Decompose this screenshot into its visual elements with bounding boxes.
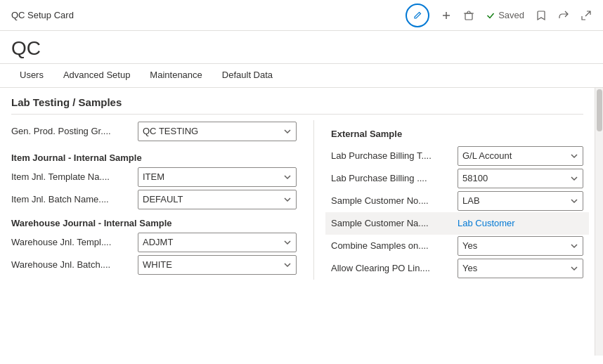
tab-advanced-setup[interactable]: Advanced Setup [55,64,138,87]
gen-prod-label: Gen. Prod. Posting Gr.... [11,126,138,136]
lab-billing-no-label: Lab Purchase Billing .... [331,173,458,183]
sample-customer-name-value: Lab Customer [458,218,583,228]
tabs-bar: Users Advanced Setup Maintenance Default… [0,64,603,88]
item-jnl-template-value-wrapper: ITEM [138,167,297,187]
allow-clearing-po-value: Yes No [458,259,583,278]
right-column: External Sample Lab Purchase Billing T..… [313,120,583,280]
scrollbar-thumb[interactable] [597,89,602,131]
sample-customer-no-value: LAB [458,191,583,211]
lab-billing-type-value: G/L Account Vendor Customer [458,146,583,166]
sample-customer-name-label: Sample Customer Na.... [331,218,458,228]
gen-prod-value-wrapper: QC TESTING [138,122,297,141]
lab-billing-no-value: 58100 [458,169,583,188]
warehouse-jnl-batch-row: Warehouse Jnl. Batch.... WHITE [11,254,297,276]
svg-rect-0 [465,13,472,20]
combine-samples-value: Yes No [458,236,583,256]
share-button[interactable] [558,10,569,21]
item-jnl-batch-value-wrapper: DEFAULT [138,190,297,209]
item-jnl-batch-label: Item Jnl. Batch Name.... [11,194,138,204]
warehouse-jnl-template-value-wrapper: ADJMT [138,233,297,252]
allow-clearing-po-label: Allow Clearing PO Lin.... [331,263,458,273]
expand-button[interactable] [581,10,592,21]
lab-billing-type-label: Lab Purchase Billing T.... [331,150,458,161]
content-area: Lab Testing / Samples Gen. Prod. Posting… [0,88,595,356]
combine-samples-dropdown[interactable]: Yes No [458,236,583,256]
add-button[interactable] [441,10,452,21]
item-jnl-batch-row: Item Jnl. Batch Name.... DEFAULT [11,188,297,211]
page-header-title: QC Setup Card [11,10,406,20]
main-content: Lab Testing / Samples Gen. Prod. Posting… [0,88,603,356]
page-title-area: QC [0,31,603,64]
lab-billing-no-row: Lab Purchase Billing .... 58100 [331,167,583,190]
lab-billing-type-row: Lab Purchase Billing T.... G/L Account V… [331,145,583,167]
warehouse-journal-label: Warehouse Journal - Internal Sample [11,211,297,231]
gen-prod-dropdown[interactable]: QC TESTING [138,122,297,141]
warehouse-jnl-template-row: Warehouse Jnl. Templ.... ADJMT [11,231,297,254]
header-actions: Saved [406,4,592,27]
item-jnl-template-row: Item Jnl. Template Na.... ITEM [11,166,297,188]
warehouse-jnl-batch-dropdown[interactable]: WHITE [138,255,297,275]
item-jnl-batch-dropdown[interactable]: DEFAULT [138,190,297,209]
item-journal-label: Item Journal - Internal Sample [11,145,297,166]
combine-samples-row: Combine Samples on.... Yes No [331,235,583,257]
ext-sample-label: External Sample [331,120,583,145]
sample-customer-no-dropdown[interactable]: LAB [458,191,583,211]
warehouse-jnl-template-label: Warehouse Jnl. Templ.... [11,237,138,247]
allow-clearing-po-row: Allow Clearing PO Lin.... Yes No [331,257,583,280]
sample-customer-no-row: Sample Customer No.... LAB [331,190,583,212]
warehouse-jnl-batch-value-wrapper: WHITE [138,255,297,275]
two-col-layout: Gen. Prod. Posting Gr.... QC TESTING Ite… [11,120,583,280]
page-title: QC [11,37,592,60]
sample-customer-name-link[interactable]: Lab Customer [458,218,515,228]
warehouse-jnl-template-dropdown[interactable]: ADJMT [138,233,297,252]
header-bar: QC Setup Card [0,0,603,31]
lab-billing-type-dropdown[interactable]: G/L Account Vendor Customer [458,146,583,166]
tab-maintenance[interactable]: Maintenance [141,64,210,87]
sample-customer-no-label: Sample Customer No.... [331,195,458,206]
warehouse-jnl-batch-label: Warehouse Jnl. Batch.... [11,259,138,270]
section-heading: Lab Testing / Samples [11,88,583,115]
tab-default-data[interactable]: Default Data [214,64,281,87]
scrollbar-track[interactable] [595,88,603,356]
item-jnl-template-label: Item Jnl. Template Na.... [11,171,138,182]
delete-button[interactable] [463,10,474,21]
left-column: Gen. Prod. Posting Gr.... QC TESTING Ite… [11,120,313,280]
sample-customer-name-row: Sample Customer Na.... Lab Customer Acco… [325,212,589,235]
lab-billing-no-dropdown[interactable]: 58100 [458,169,583,188]
gen-prod-row: Gen. Prod. Posting Gr.... QC TESTING [11,120,297,143]
tab-users[interactable]: Users [11,64,52,87]
allow-clearing-po-dropdown[interactable]: Yes No [458,259,583,278]
combine-samples-label: Combine Samples on.... [331,240,458,251]
item-jnl-template-dropdown[interactable]: ITEM [138,167,297,187]
bookmark-button[interactable] [536,10,547,21]
saved-status: Saved [486,10,524,20]
edit-button[interactable] [406,4,429,27]
